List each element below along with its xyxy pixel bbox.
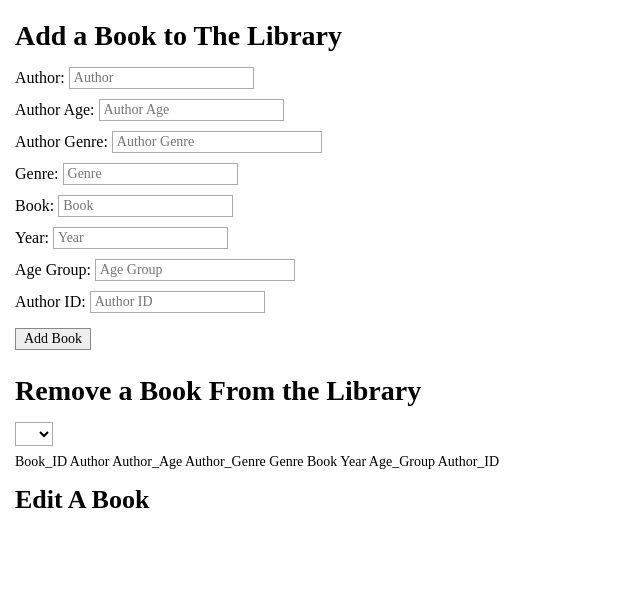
author-genre-row: Author Genre:: [15, 131, 626, 153]
author-input[interactable]: [69, 67, 254, 89]
year-label: Year:: [15, 229, 49, 247]
genre-input[interactable]: [63, 163, 238, 185]
book-row: Book:: [15, 195, 626, 217]
author-row: Author:: [15, 67, 626, 89]
year-input[interactable]: [53, 227, 228, 249]
add-book-button[interactable]: Add Book: [15, 328, 91, 350]
table-headers: Book_ID Author Author_Age Author_Genre G…: [15, 454, 626, 470]
remove-book-title: Remove a Book From the Library: [15, 375, 626, 407]
add-book-title: Add a Book to The Library: [15, 20, 626, 52]
genre-label: Genre:: [15, 165, 59, 183]
age-group-label: Age Group:: [15, 261, 91, 279]
genre-row: Genre:: [15, 163, 626, 185]
author-label: Author:: [15, 69, 65, 87]
book-input[interactable]: [58, 195, 233, 217]
author-age-label: Author Age:: [15, 101, 95, 119]
book-dropdown[interactable]: [15, 422, 53, 446]
book-select-container: [15, 422, 626, 446]
book-label: Book:: [15, 197, 54, 215]
author-id-label: Author ID:: [15, 293, 86, 311]
author-id-input[interactable]: [90, 291, 265, 313]
author-id-row: Author ID:: [15, 291, 626, 313]
author-age-row: Author Age:: [15, 99, 626, 121]
age-group-input[interactable]: [95, 259, 295, 281]
author-age-input[interactable]: [99, 99, 284, 121]
author-genre-label: Author Genre:: [15, 133, 108, 151]
age-group-row: Age Group:: [15, 259, 626, 281]
edit-book-title: Edit A Book: [15, 485, 626, 515]
year-row: Year:: [15, 227, 626, 249]
author-genre-input[interactable]: [112, 131, 322, 153]
